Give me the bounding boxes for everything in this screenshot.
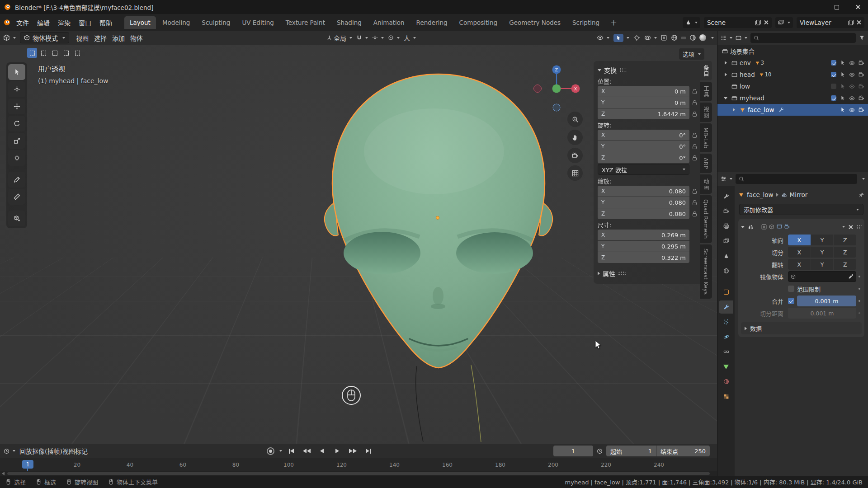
lock-icon[interactable] [693, 202, 697, 205]
delete-viewlayer-icon[interactable] [856, 20, 861, 25]
lock-icon[interactable] [693, 135, 697, 138]
frame-end-field[interactable]: 结束点 250 [656, 446, 710, 456]
bisect-distance-field[interactable]: 0.001 m [788, 308, 856, 319]
viewport-menu-item[interactable]: 物体 [127, 32, 146, 44]
jump-to-start-button[interactable] [285, 446, 297, 456]
workspace-tab[interactable]: UV Editing [236, 16, 279, 29]
transform-orientation-dropdown[interactable]: 全局 [326, 33, 352, 42]
material-shading-icon[interactable] [689, 34, 696, 41]
timeline-menu-item[interactable]: 标记 [75, 446, 88, 455]
eyedropper-icon[interactable] [848, 274, 854, 279]
outliner-row-head[interactable]: head 10 [717, 69, 868, 80]
camera-view-button[interactable] [567, 148, 583, 163]
number-field[interactable]: X 0.269 m [598, 230, 689, 240]
select-mode-subtract[interactable] [50, 48, 60, 58]
current-frame-field[interactable]: 1 [553, 446, 593, 456]
menu-item[interactable]: 渲染 [54, 16, 75, 29]
timeline-menu-item[interactable]: 视图 [62, 446, 75, 455]
blender-menu-icon[interactable] [4, 19, 10, 26]
lock-icon[interactable] [693, 157, 697, 160]
viewport-menu-item[interactable]: 视图 [73, 32, 91, 44]
axis-minus-z-ball[interactable] [553, 104, 560, 111]
axis-minus-x-ball[interactable] [534, 85, 542, 93]
frame-start-field[interactable]: 起始 1 [606, 446, 656, 456]
viewport-menu-item[interactable]: 添加 [109, 32, 127, 44]
tab-constraints[interactable] [719, 345, 733, 358]
timeline-menu-item[interactable]: 抠像(插帧) [32, 446, 62, 455]
wireframe-shading-icon[interactable] [671, 34, 678, 41]
options-dropdown[interactable]: 选项 [679, 48, 704, 60]
number-field[interactable]: Z 0.322 m [598, 252, 689, 263]
remove-modifier-icon[interactable] [848, 225, 853, 230]
axis-toggle[interactable]: Y [811, 235, 834, 245]
menu-item[interactable]: 帮助 [95, 16, 116, 29]
show-object-types-button[interactable] [597, 34, 609, 41]
scroll-left-icon[interactable] [2, 472, 5, 475]
n-panel-tab[interactable]: 条目 [700, 61, 712, 80]
outliner-search-input[interactable] [750, 33, 856, 43]
mode-dropdown[interactable]: 物体模式 [20, 32, 69, 43]
disable-render-camera-icon[interactable] [859, 107, 864, 113]
viewlayer-browse-button[interactable] [775, 17, 793, 28]
timeline-menu-item[interactable]: 回放 [19, 446, 32, 455]
workspace-tab[interactable]: Modeling [157, 16, 195, 29]
number-field[interactable]: Y 0.295 m [598, 241, 689, 252]
3d-viewport[interactable]: 用户透视 (1) myhead | face_low 选项 [0, 45, 717, 444]
person-dropdown[interactable]: 人 [404, 33, 416, 42]
menu-item[interactable]: 文件 [12, 16, 33, 29]
n-panel-tab[interactable]: Quad Remesh [700, 195, 712, 243]
editor-type-button[interactable] [3, 34, 16, 41]
lock-icon[interactable] [693, 113, 697, 117]
select-mode-intersect[interactable] [72, 48, 82, 58]
workspace-tab[interactable]: Rendering [411, 16, 453, 29]
lock-icon[interactable] [693, 146, 697, 149]
transform-panel-header[interactable]: 变换 [598, 64, 698, 76]
workspace-tab[interactable]: Texture Paint [280, 16, 330, 29]
proportional-editing-button[interactable] [388, 35, 400, 41]
workspace-tab[interactable]: Shading [331, 16, 367, 29]
disable-render-camera-icon[interactable] [859, 60, 864, 66]
snap-target-button[interactable] [372, 35, 384, 41]
number-field[interactable]: Y 0.080 [598, 197, 689, 208]
scrollbar-thumb[interactable] [7, 472, 710, 475]
delete-scene-icon[interactable] [764, 20, 769, 25]
add-workspace-button[interactable]: ＋ [607, 17, 621, 28]
breadcrumb-object[interactable]: face_low [747, 191, 774, 198]
tab-world[interactable] [719, 264, 733, 277]
add-cube-tool[interactable] [8, 211, 25, 226]
panel-grip-icon[interactable] [619, 68, 627, 72]
tab-render[interactable] [719, 205, 733, 218]
new-viewlayer-icon[interactable] [848, 20, 854, 25]
timeline-ruler[interactable]: 20406080100120140160180200220240 1 [0, 458, 717, 471]
selectable-icon[interactable] [840, 95, 845, 101]
lock-icon[interactable] [693, 91, 697, 94]
timeline-scrollbar[interactable] [0, 471, 717, 476]
extras-chevron-icon[interactable] [842, 226, 845, 228]
selectable-icon[interactable] [840, 60, 845, 66]
play-reverse-button[interactable] [316, 446, 328, 456]
merge-checkbox[interactable] [788, 298, 794, 304]
tab-particles[interactable] [719, 315, 733, 328]
outliner-row-face-low[interactable]: face_low [717, 104, 868, 116]
select-mode-invert[interactable] [61, 48, 71, 58]
breadcrumb-modifier[interactable]: Mirror [790, 191, 808, 198]
scale-tool[interactable] [8, 133, 25, 149]
rotation-mode-dropdown[interactable]: XYZ 欧拉 [598, 164, 689, 175]
expand-arrow-icon[interactable] [725, 73, 727, 76]
annotate-tool[interactable] [8, 172, 25, 188]
n-panel-tab[interactable]: 工具 [700, 82, 712, 101]
mirror-modifier-header[interactable] [741, 221, 864, 233]
viewport-menu-item[interactable]: 选择 [91, 32, 109, 44]
timeline-editor-type-button[interactable] [4, 448, 15, 454]
flip-toggle[interactable]: Z [834, 259, 856, 270]
disable-render-camera-icon[interactable] [859, 95, 864, 101]
expand-arrow-icon[interactable] [733, 108, 735, 112]
workspace-tab[interactable]: Compositing [454, 16, 503, 29]
outliner-display-mode-button[interactable] [736, 35, 747, 41]
selectable-icon[interactable] [840, 72, 845, 77]
select-mode-extend[interactable] [38, 48, 48, 58]
select-box-tool[interactable] [8, 64, 25, 80]
selectable-icon[interactable] [840, 107, 845, 113]
n-panel-tab[interactable]: Screencast Keys [700, 244, 712, 299]
tab-texture[interactable] [719, 390, 733, 403]
